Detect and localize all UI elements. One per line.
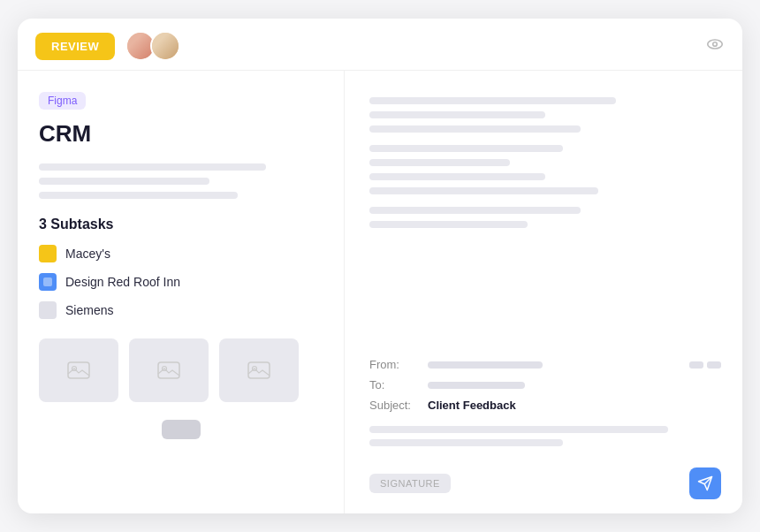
email-to-value: [428, 382, 525, 389]
thumbnail-1[interactable]: [39, 338, 118, 402]
signature-badge: SIGNATURE: [369, 474, 451, 493]
skeleton-line: [369, 207, 581, 214]
action-dot: [689, 361, 703, 369]
email-section: From: To: Subject: Client Feedback: [369, 340, 721, 499]
subtask-item[interactable]: Design Red Roof Inn: [39, 273, 323, 291]
email-actions: [689, 361, 721, 369]
right-skeleton-top: [369, 97, 721, 235]
send-button[interactable]: [689, 467, 721, 499]
image-icon: [66, 361, 91, 380]
email-body-skeleton: [369, 426, 721, 446]
avatars-group: [125, 31, 180, 61]
svg-rect-2: [68, 362, 89, 378]
skeleton-line: [369, 426, 668, 433]
skeleton-line: [369, 145, 563, 152]
skeleton-line: [369, 173, 545, 180]
skeleton-line: [369, 125, 581, 133]
email-to-label: To:: [369, 378, 422, 391]
subtask-label-1: Macey's: [65, 247, 110, 261]
svg-point-0: [708, 40, 723, 49]
thumbnails-row: [39, 338, 323, 402]
email-subject-value: Client Feedback: [428, 399, 516, 412]
skeleton-line: [369, 111, 545, 118]
skeleton-line: [39, 192, 238, 199]
subtask-checkbox-2[interactable]: [39, 273, 57, 291]
thumbnail-2[interactable]: [129, 338, 209, 402]
email-subject-label: Subject:: [369, 399, 422, 412]
skeleton-line: [369, 187, 598, 194]
left-panel: Figma CRM 3 Subtasks Macey's Design Red …: [18, 71, 345, 513]
topbar-left: REVIEW: [35, 31, 180, 61]
email-from-field: From:: [369, 358, 721, 371]
skeleton-line: [369, 439, 563, 446]
subtasks-heading: 3 Subtasks: [39, 217, 323, 232]
skeleton-line: [369, 221, 528, 228]
small-action-button[interactable]: [162, 420, 201, 439]
main-window: REVIEW Figma CRM: [18, 19, 742, 513]
svg-rect-4: [158, 362, 179, 378]
skeleton-line: [39, 163, 266, 171]
email-from-label: From:: [369, 358, 422, 371]
project-title: CRM: [39, 120, 323, 148]
action-dot: [707, 361, 721, 369]
avatar: [150, 31, 180, 61]
image-icon: [247, 361, 271, 380]
svg-rect-6: [248, 362, 270, 378]
right-panel: From: To: Subject: Client Feedback: [345, 71, 742, 513]
email-footer: SIGNATURE: [369, 467, 721, 499]
skeleton-line: [369, 159, 510, 166]
eye-icon[interactable]: [705, 34, 725, 57]
subtask-label-3: Siemens: [65, 303, 113, 317]
description-skeleton: [39, 163, 323, 199]
tag-badge: Figma: [39, 92, 86, 110]
subtask-label-2: Design Red Roof Inn: [65, 275, 180, 289]
left-bottom: [39, 420, 323, 439]
image-icon: [156, 361, 181, 380]
content-area: Figma CRM 3 Subtasks Macey's Design Red …: [18, 71, 742, 513]
review-button[interactable]: REVIEW: [35, 33, 115, 60]
svg-point-1: [713, 42, 718, 47]
thumbnail-3[interactable]: [219, 338, 299, 402]
skeleton-line: [39, 178, 209, 185]
email-to-field: To:: [369, 378, 721, 391]
subtask-checkbox-3[interactable]: [39, 301, 57, 319]
email-from-value: [428, 361, 543, 369]
subtask-item[interactable]: Macey's: [39, 245, 323, 262]
topbar: REVIEW: [18, 19, 742, 71]
skeleton-line: [369, 97, 616, 104]
send-icon: [697, 475, 713, 491]
email-subject-row: Subject: Client Feedback: [369, 399, 721, 412]
subtask-checkbox-1[interactable]: [39, 245, 57, 262]
subtask-item[interactable]: Siemens: [39, 301, 323, 319]
